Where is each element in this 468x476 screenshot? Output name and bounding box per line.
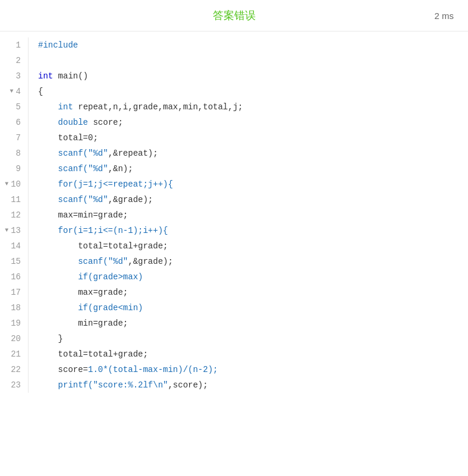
line-number: 6 [5, 115, 23, 130]
code-line: } [38, 331, 468, 346]
line-number: 9 [5, 161, 23, 176]
code-line: scanf("%d",&grade); [38, 192, 468, 207]
line-number: 12 [5, 207, 23, 223]
code-line: for(i=1;i<=(n-1);i++){ [38, 223, 468, 238]
page-title: 答案错误 [213, 8, 256, 23]
code-line: printf("score:%.2lf\n",score); [38, 377, 468, 393]
line-number: 17 [5, 285, 23, 300]
line-number: 8 [5, 146, 23, 161]
code-line: score=1.0*(total-max-min)/(n-2); [38, 362, 468, 377]
time-badge: 2 ms [434, 11, 454, 21]
line-number: ▼13 [5, 223, 23, 238]
code-line: if(grade>max) [38, 269, 468, 285]
code-line: scanf("%d",&n); [38, 161, 468, 176]
code-line: max=min=grade; [38, 207, 468, 223]
code-line: total=total+grade; [38, 238, 468, 254]
code-line: for(j=1;j<=repeat;j++){ [38, 176, 468, 192]
code-line: #include [38, 37, 468, 53]
code-line: int repeat,n,i,grade,max,min,total,j; [38, 99, 468, 115]
code-line: min=grade; [38, 316, 468, 331]
code-line: total=total+grade; [38, 346, 468, 362]
line-number: 20 [5, 331, 23, 346]
line-number: ▼10 [5, 176, 23, 192]
line-number: 23 [5, 377, 23, 393]
line-number: 1 [5, 37, 23, 53]
line-number: 21 [5, 346, 23, 362]
code-line: total=0; [38, 130, 468, 146]
line-number: 15 [5, 254, 23, 269]
line-number: 22 [5, 362, 23, 377]
code-line: double score; [38, 115, 468, 130]
line-number: 5 [5, 99, 23, 115]
line-number: 19 [5, 316, 23, 331]
line-number: 11 [5, 192, 23, 207]
code-line: if(grade<min) [38, 300, 468, 316]
code-line: scanf("%d",&grade); [38, 254, 468, 269]
header: 答案错误 2 ms [0, 0, 468, 31]
code-line [38, 53, 468, 68]
code-editor: 123▼456789▼101112▼1314151617181920212223… [0, 31, 468, 399]
code-line: scanf("%d",&repeat); [38, 146, 468, 161]
code-line: { [38, 84, 468, 99]
code-line: max=grade; [38, 285, 468, 300]
line-numbers-gutter: 123▼456789▼101112▼1314151617181920212223 [0, 37, 29, 393]
line-number: 18 [5, 300, 23, 316]
line-number: ▼4 [5, 84, 23, 99]
line-number: 14 [5, 238, 23, 254]
fold-arrow[interactable]: ▼ [5, 176, 8, 192]
fold-arrow[interactable]: ▼ [10, 84, 14, 99]
code-content: #includeint main(){ int repeat,n,i,grade… [29, 37, 468, 393]
line-number: 7 [5, 130, 23, 146]
code-line: int main() [38, 68, 468, 84]
line-number: 16 [5, 269, 23, 285]
fold-arrow[interactable]: ▼ [5, 223, 8, 238]
line-number: 3 [5, 68, 23, 84]
line-number: 2 [5, 53, 23, 68]
